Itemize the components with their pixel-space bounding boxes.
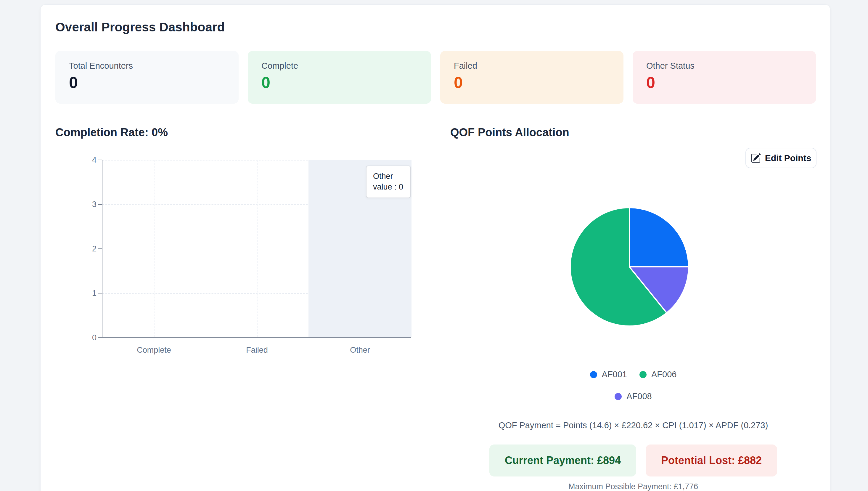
edit-points-button[interactable]: Edit Points — [745, 148, 816, 168]
y-tick-label: 3 — [79, 200, 96, 209]
y-tick-label: 0 — [79, 333, 96, 342]
stat-card-failed: Failed 0 — [440, 51, 624, 104]
pie-legend-row-2: AF008 — [450, 392, 816, 401]
x-tick-label-other: Other — [350, 346, 370, 355]
x-tick-label-complete: Complete — [137, 346, 171, 355]
potential-lost-card: Potential Lost: £882 — [646, 444, 777, 476]
stat-value: 0 — [454, 74, 610, 90]
legend-label: AF006 — [651, 370, 677, 379]
y-tick-mark — [98, 249, 102, 249]
stat-card-other-status: Other Status 0 — [633, 51, 816, 104]
payments-row: Current Payment: £894 Potential Lost: £8… — [450, 444, 816, 476]
current-payment-card: Current Payment: £894 — [489, 444, 636, 476]
stat-label: Complete — [261, 61, 417, 71]
legend-item-af008[interactable]: AF008 — [615, 392, 652, 401]
gridline-vertical — [257, 160, 258, 337]
dashboard-card: Overall Progress Dashboard Total Encount… — [40, 4, 830, 491]
qof-pie-chart — [569, 206, 690, 327]
y-tick-label: 2 — [79, 244, 96, 253]
legend-dot-purple — [615, 393, 622, 400]
y-tick-mark — [98, 160, 102, 160]
y-tick-mark — [98, 204, 102, 205]
legend-label: AF008 — [626, 392, 652, 401]
chart-tooltip: Other value : 0 — [366, 166, 411, 198]
page-title: Overall Progress Dashboard — [55, 20, 225, 34]
y-tick-label: 4 — [79, 155, 96, 164]
tooltip-category: Other — [373, 171, 403, 181]
qof-points-heading: QOF Points Allocation — [450, 126, 569, 139]
pie-slice-af001[interactable] — [629, 208, 689, 267]
x-tick-label-failed: Failed — [246, 346, 268, 355]
edit-points-label: Edit Points — [765, 153, 811, 163]
tooltip-value: value : 0 — [373, 181, 403, 192]
gridline-vertical — [154, 160, 154, 337]
legend-item-af001[interactable]: AF001 — [590, 370, 627, 379]
y-tick-mark — [98, 337, 102, 338]
qof-payment-formula: QOF Payment = Points (14.6) × £220.62 × … — [450, 421, 816, 430]
max-payment-note: Maximum Possible Payment: £1,776 — [450, 482, 816, 491]
stat-value: 0 — [646, 74, 802, 90]
y-tick-label: 1 — [79, 289, 96, 298]
x-tick-mark — [257, 338, 257, 342]
stat-label: Total Encounters — [69, 61, 225, 71]
x-tick-mark — [360, 338, 360, 342]
completion-rate-heading: Completion Rate: 0% — [55, 126, 168, 139]
completion-bar-chart[interactable]: 4 3 2 1 0 Complete Failed Other Other va… — [102, 160, 411, 338]
stat-card-total-encounters: Total Encounters 0 — [55, 51, 239, 104]
stat-value: 0 — [69, 74, 225, 90]
stat-label: Failed — [454, 61, 610, 71]
x-tick-mark — [154, 338, 154, 342]
y-tick-mark — [98, 293, 102, 293]
stat-value: 0 — [261, 74, 417, 90]
legend-item-af006[interactable]: AF006 — [639, 370, 677, 379]
legend-dot-blue — [590, 371, 597, 378]
stat-label: Other Status — [646, 61, 802, 71]
legend-dot-green — [639, 371, 647, 378]
legend-label: AF001 — [602, 370, 627, 379]
stats-row: Total Encounters 0 Complete 0 Failed 0 O… — [55, 51, 816, 104]
stat-card-complete: Complete 0 — [248, 51, 431, 104]
pie-legend-row-1: AF001 AF006 — [450, 370, 816, 379]
edit-icon — [751, 153, 761, 163]
